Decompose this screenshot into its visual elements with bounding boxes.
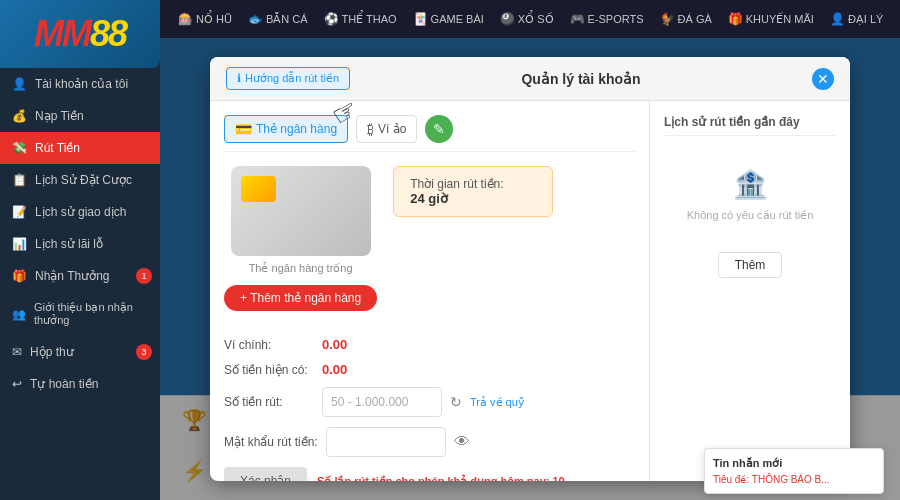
confirm-row: Xác nhận Số lần rút tiền cho phép khả dụ… — [224, 467, 635, 481]
content-area: ☞ ℹ Hướng dẫn rút tiền Quản lý tài khoản… — [160, 38, 900, 500]
profit-icon: 📊 — [12, 237, 27, 251]
sidebar-item-transaction-history[interactable]: 📝 Lịch sử giao dịch — [0, 196, 160, 228]
return-link[interactable]: Trả về quỹ — [470, 396, 525, 409]
nav-xo-so[interactable]: 🎱 XỔ SỐ — [494, 8, 560, 30]
bet-history-icon: 📋 — [12, 173, 27, 187]
sidebar-item-profit-history[interactable]: 📊 Lịch sử lãi lỗ — [0, 228, 160, 260]
game-bai-icon: 🃏 — [413, 12, 428, 26]
so-rut-row: Số tiền rút: ↻ Trả về quỹ — [224, 387, 635, 417]
so-rut-label: Số tiền rút: — [224, 395, 314, 409]
modal-right-panel: Lịch sử rút tiền gần đây 🏦 Không có yêu … — [650, 101, 850, 481]
so-tien-row: Số tiền hiện có: 0.00 — [224, 362, 635, 377]
account-icon: 👤 — [12, 77, 27, 91]
add-card-button[interactable]: + Thêm thẻ ngân hàng — [224, 285, 377, 311]
main-area: 👤 Tài khoản của tôi 💰 Nạp Tiền 💸 Rút Tiề… — [0, 38, 900, 500]
sidebar-item-inbox[interactable]: ✉ Hộp thư 3 — [0, 336, 160, 368]
da-ga-icon: 🐓 — [660, 12, 675, 26]
them-button[interactable]: Thêm — [718, 252, 783, 278]
empty-history-icon: 🏦 — [733, 168, 768, 201]
vi-chinh-row: Ví chính: 0.00 — [224, 337, 635, 352]
eye-icon[interactable]: 👁 — [454, 433, 470, 451]
reward-badge: 1 — [136, 268, 152, 284]
confirm-note: Số lần rút tiền cho phép khả dụng hôm na… — [317, 475, 565, 482]
deposit-icon: 💰 — [12, 109, 27, 123]
reward-icon: 🎁 — [12, 269, 27, 283]
nav-dai-ly[interactable]: 👤 ĐẠI LÝ — [824, 8, 890, 30]
referral-icon: 👥 — [12, 308, 26, 321]
guide-button[interactable]: ℹ Hướng dẫn rút tiền — [226, 67, 350, 90]
vi-chinh-label: Ví chính: — [224, 338, 314, 352]
modal-overlay: ☞ ℹ Hướng dẫn rút tiền Quản lý tài khoản… — [160, 38, 900, 500]
so-rut-input[interactable] — [322, 387, 442, 417]
confirm-count: 10 — [553, 475, 565, 482]
dai-ly-icon: 👤 — [830, 12, 845, 26]
edit-icon[interactable]: ✎ — [425, 115, 453, 143]
bank-card-visual — [231, 166, 371, 256]
sidebar-item-bet-history[interactable]: 📋 Lịch Sử Đặt Cược — [0, 164, 160, 196]
notif-sub: Tiêu đề: THÔNG BÁO B... — [713, 474, 875, 485]
payment-method-tabs: 💳 Thẻ ngân hàng ₿ Ví ảo ✎ — [224, 115, 635, 152]
nav-da-ga[interactable]: 🐓 ĐÁ GÀ — [654, 8, 718, 30]
guide-icon: ℹ — [237, 72, 241, 85]
sidebar-item-referral[interactable]: 👥 Giới thiệu bạn nhận thưởng — [0, 292, 160, 336]
sidebar-item-reward[interactable]: 🎁 Nhận Thưởng 1 — [0, 260, 160, 292]
mat-khau-row: Mật khẩu rút tiền: 👁 — [224, 427, 635, 457]
inbox-icon: ✉ — [12, 345, 22, 359]
logo[interactable]: MM88 — [0, 0, 160, 68]
cashback-icon: ↩ — [12, 377, 22, 391]
so-tien-label: Số tiền hiện có: — [224, 363, 314, 377]
vi-chinh-value: 0.00 — [322, 337, 347, 352]
transaction-icon: 📝 — [12, 205, 27, 219]
modal-left-panel: 💳 Thẻ ngân hàng ₿ Ví ảo ✎ — [210, 101, 650, 481]
khuyen-mai-icon: 🎁 — [728, 12, 743, 26]
nav-no-hu[interactable]: 🎰 NỔ HŨ — [172, 8, 238, 30]
nav-the-thao[interactable]: ⚽ THỂ THAO — [318, 8, 403, 30]
xo-so-icon: 🎱 — [500, 12, 515, 26]
esports-icon: 🎮 — [570, 12, 585, 26]
sidebar: 👤 Tài khoản của tôi 💰 Nạp Tiền 💸 Rút Tiề… — [0, 38, 160, 500]
time-label: Thời gian rút tiền: — [410, 177, 536, 191]
crypto-icon: ₿ — [367, 121, 374, 137]
nav-esports[interactable]: 🎮 E-SPORTS — [564, 8, 650, 30]
the-thao-icon: ⚽ — [324, 12, 339, 26]
mat-khau-label: Mật khẩu rút tiền: — [224, 435, 318, 449]
mat-khau-input[interactable] — [326, 427, 446, 457]
logo-text: MM88 — [34, 13, 126, 55]
right-panel-title: Lịch sử rút tiền gần đây — [664, 115, 836, 136]
notification-panel[interactable]: Tin nhắn mới Tiêu đề: THÔNG BÁO B... — [704, 448, 884, 494]
empty-history-text: Không có yêu cầu rút tiền — [687, 209, 814, 222]
refresh-icon[interactable]: ↻ — [450, 394, 462, 410]
empty-history: 🏦 Không có yêu cầu rút tiền — [664, 148, 836, 242]
time-value: 24 giờ — [410, 191, 536, 206]
withdraw-modal: ℹ Hướng dẫn rút tiền Quản lý tài khoản ✕ — [210, 57, 850, 481]
notif-title: Tin nhắn mới — [713, 457, 875, 470]
so-tien-value: 0.00 — [322, 362, 347, 377]
modal-body: 💳 Thẻ ngân hàng ₿ Ví ảo ✎ — [210, 101, 850, 481]
modal-header: ℹ Hướng dẫn rút tiền Quản lý tài khoản ✕ — [210, 57, 850, 101]
nav-ban-ca[interactable]: 🐟 BẮN CÁ — [242, 8, 314, 30]
time-notice: Thời gian rút tiền: 24 giờ — [393, 166, 553, 217]
card-label: Thẻ ngân hàng trống — [249, 262, 353, 275]
withdraw-icon: 💸 — [12, 141, 27, 155]
ban-ca-icon: 🐟 — [248, 12, 263, 26]
sidebar-item-account[interactable]: 👤 Tài khoản của tôi — [0, 68, 160, 100]
sidebar-item-cashback[interactable]: ↩ Tự hoàn tiền — [0, 368, 160, 400]
modal-title: Quản lý tài khoản — [521, 71, 640, 87]
bank-card-icon: 💳 — [235, 121, 252, 137]
sidebar-item-deposit[interactable]: 💰 Nạp Tiền — [0, 100, 160, 132]
modal-close-button[interactable]: ✕ — [812, 68, 834, 90]
sidebar-item-withdraw[interactable]: 💸 Rút Tiền — [0, 132, 160, 164]
confirm-button[interactable]: Xác nhận — [224, 467, 307, 481]
tab-crypto-wallet[interactable]: ₿ Ví ảo — [356, 115, 417, 143]
inbox-badge: 3 — [136, 344, 152, 360]
card-area: Thẻ ngân hàng trống + Thêm thẻ ngân hàng — [224, 166, 377, 311]
nav-game-bai[interactable]: 🃏 GAME BÀI — [407, 8, 490, 30]
tab-bank-card[interactable]: 💳 Thẻ ngân hàng — [224, 115, 348, 143]
nav-khuyen-mai[interactable]: 🎁 KHUYẾN MÃI — [722, 8, 820, 30]
no-hu-icon: 🎰 — [178, 12, 193, 26]
